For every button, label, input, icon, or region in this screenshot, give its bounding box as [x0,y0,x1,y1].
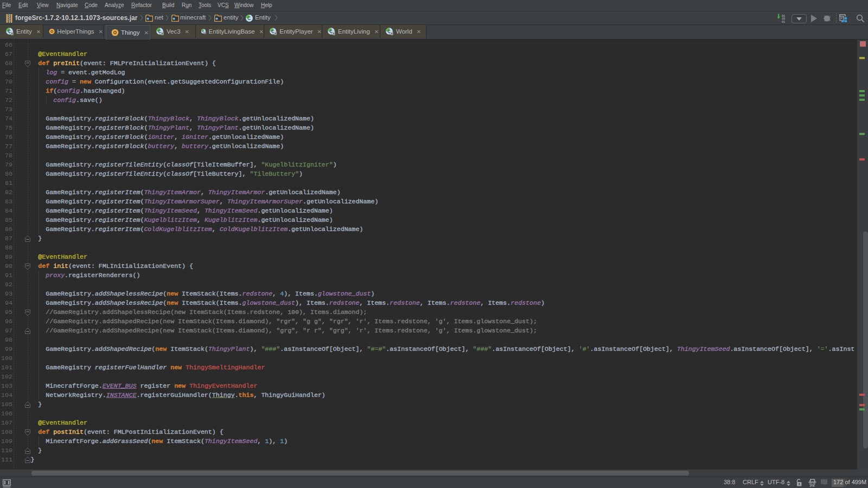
svg-text:01: 01 [782,21,785,24]
